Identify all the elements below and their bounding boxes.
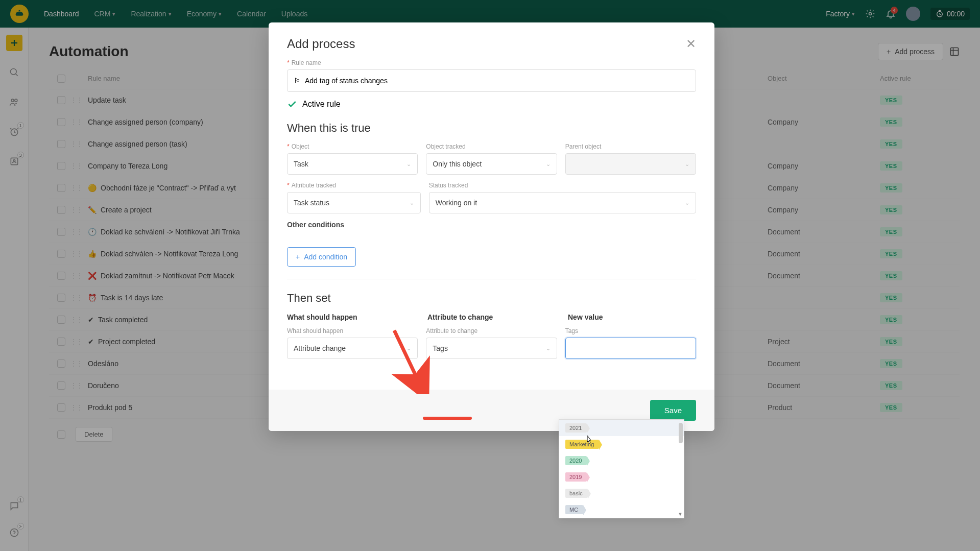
tags-label: Tags (565, 327, 696, 334)
modal-title: Add process (287, 37, 355, 51)
col-what-should-happen: What should happen (287, 313, 415, 321)
tag-chip: 2020 (565, 456, 587, 465)
when-section-title: When this is true (287, 122, 696, 135)
rule-name-label: Rule name (287, 59, 696, 66)
rule-name-input[interactable]: 🏳 (287, 69, 696, 92)
dropdown-item[interactable]: 2021 (559, 420, 684, 436)
flag-icon: 🏳 (294, 77, 301, 85)
plus-icon: + (296, 253, 300, 261)
save-button[interactable]: Save (650, 400, 696, 421)
what-should-happen-select[interactable]: Attribute change⌄ (287, 338, 418, 359)
parent-object-label: Parent object (565, 143, 696, 150)
tags-dropdown[interactable]: 2021Marketing20202019basicMC ▼ (559, 419, 684, 518)
col-attribute-to-change: Attribute to change (427, 313, 556, 321)
dropdown-item[interactable]: basic (559, 485, 684, 501)
dropdown-item[interactable]: Marketing (559, 436, 684, 452)
tag-chip: 2019 (565, 472, 587, 482)
tag-chip: basic (565, 489, 588, 498)
tag-chip: Marketing (565, 440, 599, 449)
rule-name-field[interactable] (305, 77, 689, 85)
dropdown-item[interactable]: 2019 (559, 469, 684, 485)
parent-object-select: ⌄ (565, 153, 696, 175)
object-label: Object (287, 143, 418, 150)
other-conditions-title: Other conditions (287, 221, 696, 229)
attribute-tracked-select[interactable]: Task status⌄ (287, 192, 421, 213)
tag-chip: MC (565, 505, 583, 514)
tags-select[interactable] (565, 338, 696, 359)
add-condition-button[interactable]: + Add condition (287, 247, 356, 267)
scroll-down-icon[interactable]: ▼ (678, 511, 683, 517)
status-tracked-select[interactable]: Working on it⌄ (429, 192, 696, 213)
object-tracked-select[interactable]: Only this object⌄ (426, 153, 557, 175)
dropdown-item[interactable]: 2020 (559, 452, 684, 469)
active-rule-checkbox[interactable] (287, 99, 297, 109)
active-rule-label: Active rule (302, 100, 341, 109)
tag-chip: 2021 (565, 423, 587, 433)
status-tracked-label: Status tracked (429, 182, 696, 189)
attribute-to-change-select[interactable]: Tags⌄ (426, 338, 557, 359)
object-select[interactable]: Task⌄ (287, 153, 418, 175)
dropdown-scrollbar[interactable] (679, 423, 683, 443)
attribute-tracked-label: Attribute tracked (287, 182, 421, 189)
then-header-row: What should happen Attribute to change N… (287, 313, 696, 321)
object-tracked-label: Object tracked (426, 143, 557, 150)
col-new-value: New value (568, 313, 696, 321)
then-section-title: Then set (287, 292, 696, 305)
what-should-happen-label: What should happen (287, 327, 418, 334)
dropdown-item[interactable]: MC (559, 501, 684, 518)
attribute-to-change-label: Attribute to change (426, 327, 557, 334)
add-process-modal: Add process ✕ Rule name 🏳 Active rule Wh… (269, 22, 714, 431)
divider (287, 279, 696, 279)
close-icon[interactable]: ✕ (686, 37, 696, 51)
